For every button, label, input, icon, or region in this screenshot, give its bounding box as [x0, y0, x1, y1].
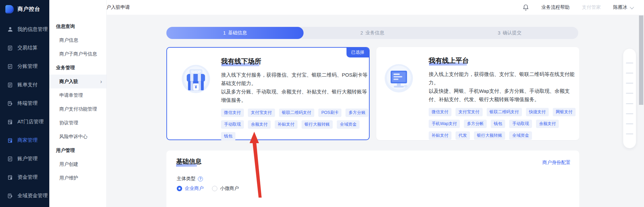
tag-alipay: 支付宝支付: [248, 109, 275, 117]
step-label: 基础信息: [228, 30, 247, 36]
anchor-dash[interactable]: [626, 133, 633, 134]
sidebar-item-bill-pay[interactable]: 账单支付: [0, 76, 49, 94]
anchor-dash[interactable]: [626, 113, 633, 114]
submenu-item-merchant-info[interactable]: 商户信息: [49, 33, 106, 47]
sidebar-item-label: 我的信息管理: [17, 26, 48, 33]
app-logo-icon: [5, 5, 14, 13]
submenu-item-sub-merchant-info[interactable]: 商户子商户号信息: [49, 47, 106, 61]
submenu-group-info-query: 信息查询: [49, 19, 106, 33]
app-title: 商户控台: [17, 6, 40, 13]
submenu-item-application-mgmt[interactable]: 申请单管理: [49, 88, 106, 102]
field-label-text: 主体类型: [177, 176, 196, 182]
radio-micro-merchant[interactable]: 小微商户: [212, 185, 239, 192]
radio-dot: [177, 186, 182, 191]
help-link[interactable]: 业务流程帮助: [541, 4, 570, 10]
sidebar-item-label: 全域资金管理: [17, 193, 48, 199]
tag-balance-pay: 余额支付: [536, 120, 559, 128]
online-platform-card[interactable]: 我有线上平台 接入线上支付能力，获得微信、支付宝、银联二维码等在线支付能力。 以…: [376, 47, 579, 140]
step-label: 确认提交: [503, 30, 522, 36]
help-question-icon[interactable]: ?: [198, 176, 203, 181]
desc-line: 以及快捷、网银、手机Wap支付、多方分账、手动取现、余额支付、补贴支付、代发、银…: [429, 87, 577, 104]
sidebar-item-label: 账户管理: [17, 156, 38, 162]
user-icon: [7, 27, 13, 33]
sidebar-item-accounts[interactable]: $ 账户管理: [0, 150, 49, 168]
sidebar-item-split-billing[interactable]: $ 分账管理: [0, 57, 49, 76]
svg-text:SHOP: SHOP: [191, 70, 201, 74]
step-business-info[interactable]: 2 业务信息: [304, 27, 441, 39]
global-funds-icon: [7, 193, 13, 199]
submenu-item-agreement-mgmt[interactable]: 协议管理: [49, 116, 106, 130]
merchant-identity-config-link[interactable]: 商户身份配置: [542, 160, 571, 166]
step-confirm-submit[interactable]: 3 确认提交: [441, 27, 578, 39]
sidebar-item-funds[interactable]: 资金管理: [0, 168, 49, 187]
submenu-item-risk-appeal-center[interactable]: 风险申诉中心: [49, 130, 106, 143]
svg-text:¥: ¥: [195, 85, 197, 89]
secondary-sidebar: 信息查询 商户信息 商户子商户号信息 业务管理 商户入驻 › 申请单管理 商户支…: [49, 0, 107, 207]
sidebar-item-at-stores[interactable]: AT门店管理: [0, 113, 49, 131]
payment-assistant-link[interactable]: 支付管家: [582, 4, 601, 10]
terminal-icon: [7, 100, 13, 107]
radio-dot: [212, 186, 217, 191]
step-label: 业务信息: [365, 30, 384, 36]
tag-manual-withdraw: 手动取现: [509, 120, 532, 128]
svg-text:$: $: [9, 157, 10, 160]
submenu-item-label: 商户入驻: [59, 79, 78, 84]
sidebar-item-label: 终端管理: [17, 100, 38, 107]
submenu-item-payment-function-mgmt[interactable]: 商户支付功能管理: [49, 102, 106, 116]
transaction-doc-icon: [7, 45, 13, 51]
sidebar-item-label: 分账管理: [17, 63, 38, 70]
card-tags: 微信支付 支付宝支付 银联二维码支付 快捷支付 网银支付 手机Wap支付 多方分…: [429, 108, 577, 140]
sidebar-item-label: 商家管理: [17, 137, 38, 143]
radio-enterprise-merchant[interactable]: 企业商户: [177, 185, 204, 192]
anchor-dash[interactable]: [626, 63, 633, 64]
step-basic-info[interactable]: 1 基础信息: [166, 27, 304, 39]
tag-wechat-pay: 微信支付: [429, 108, 451, 116]
sidebar-item-merchants[interactable]: 商家管理: [0, 131, 49, 150]
sidebar-item-label: 账单支付: [17, 82, 38, 88]
svg-text:$: $: [9, 65, 10, 68]
subject-type-options: 企业商户 小微商户: [177, 185, 239, 192]
card-title: 我有线上平台: [429, 56, 469, 66]
sidebar-item-transactions[interactable]: 交易结算: [0, 39, 49, 57]
basic-info-section: 基础信息 商户身份配置 主体类型 ? 企业商户 小微商户: [166, 151, 579, 207]
anchor-dash[interactable]: [626, 73, 633, 74]
sidebar-item-label: AT门店管理: [17, 119, 44, 125]
offline-venue-card[interactable]: 已选择 SHOP ¥ 我有线下场所: [166, 47, 370, 140]
app-logo[interactable]: 商户控台: [0, 0, 49, 18]
desc-line: 以及多方分账、手动取现、余额支付、补贴支付、银行大额转账等增值服务。: [221, 87, 369, 104]
selected-badge: 已选择: [346, 48, 369, 57]
tag-bank-large-transfer: 银行大额转账: [474, 131, 505, 140]
user-menu[interactable]: 陈雁冰: [613, 4, 633, 10]
radio-label: 小微商户: [220, 185, 239, 192]
anchor-dash[interactable]: [626, 93, 633, 94]
section-title: 基础信息: [176, 157, 202, 167]
sidebar-item-my-info[interactable]: 我的信息管理: [0, 20, 49, 39]
tag-subsidy-pay: 补贴支付: [275, 120, 298, 129]
tag-quick-pay: 快捷支付: [526, 108, 549, 116]
merchant-store-icon: [7, 137, 13, 143]
scrollbar-thumb[interactable]: [639, 15, 643, 105]
anchor-dash[interactable]: [626, 103, 633, 104]
tag-wallet: 钱包: [491, 120, 505, 128]
card-description: 接入线下支付服务，获得微信、支付宝、银联二维码、POS刷卡等基础支付能力。 以及…: [221, 71, 369, 104]
desc-line: 接入线上支付能力，获得微信、支付宝、银联二维码等在线支付能力。: [429, 70, 577, 87]
tag-mobile-wap-pay: 手机Wap支付: [429, 120, 460, 128]
stepper: 1 基础信息 2 业务信息 3 确认提交: [166, 27, 578, 39]
sidebar-item-terminals[interactable]: 终端管理: [0, 94, 49, 113]
tag-alipay: 支付宝支付: [455, 108, 483, 116]
step-number: 1: [223, 30, 226, 36]
notification-bell-icon[interactable]: [523, 4, 529, 11]
submenu-item-user-maintain[interactable]: 用户维护: [49, 171, 106, 185]
submenu-group-business-mgmt: 业务管理: [49, 61, 106, 75]
step-number: 2: [361, 30, 363, 36]
anchor-dash[interactable]: [626, 83, 633, 84]
anchor-nav: [623, 49, 636, 148]
online-platform-illustration: [384, 63, 414, 93]
submenu-item-merchant-onboarding[interactable]: 商户入驻 ›: [49, 75, 106, 88]
anchor-dash[interactable]: [626, 123, 633, 124]
submenu-item-user-create[interactable]: 用户创建: [49, 157, 106, 171]
sidebar-item-label: 资金管理: [17, 174, 38, 180]
card-title: 我有线下场所: [221, 57, 261, 67]
tag-multi-split: 多方分账: [345, 109, 368, 117]
sidebar-item-global-funds[interactable]: 全域资金管理: [0, 187, 49, 205]
